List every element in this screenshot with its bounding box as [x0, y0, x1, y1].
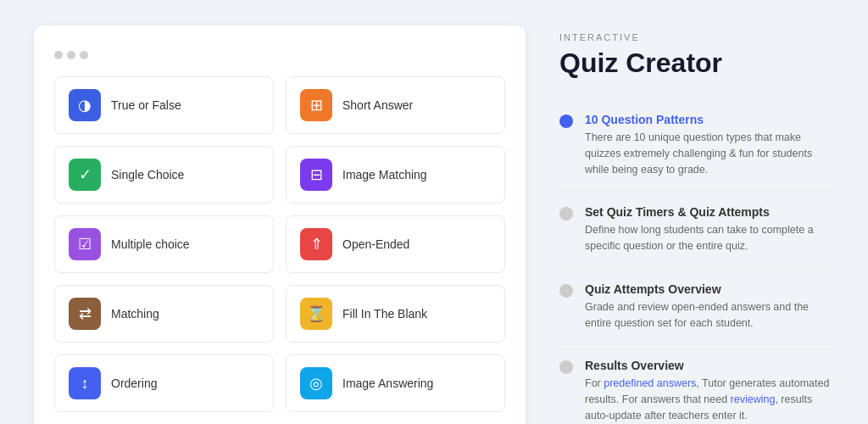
quiz-icon-short-answer: ⊞: [300, 89, 332, 121]
quiz-item-image-answering[interactable]: ◎ Image Answering: [286, 354, 505, 412]
quiz-item-multiple-choice[interactable]: ☑ Multiple choice: [54, 215, 274, 273]
feature-item-results-overview: Results Overview For predefined answers,…: [559, 345, 834, 424]
feature-content-quiz-timers: Set Quiz Timers & Quiz Attempts Define h…: [585, 205, 834, 254]
feature-item-question-patterns: 10 Question Patterns There are 10 unique…: [559, 99, 834, 192]
quiz-label-image-matching: Image Matching: [342, 168, 427, 181]
quiz-icon-fill-in-blank: ⌛: [300, 298, 332, 330]
quiz-item-short-answer[interactable]: ⊞ Short Answer: [286, 76, 505, 134]
quiz-item-single-choice[interactable]: ✓ Single Choice: [54, 146, 274, 204]
quiz-label-ordering: Ordering: [111, 377, 157, 390]
quiz-icon-multiple-choice: ☑: [69, 228, 101, 260]
quiz-icon-image-answering: ◎: [300, 367, 332, 399]
feature-content-quiz-attempts: Quiz Attempts Overview Grade and review …: [585, 282, 834, 332]
quiz-icon-ordering: ↕: [69, 367, 101, 399]
interactive-label: INTERACTIVE: [559, 32, 834, 42]
dot-3: [80, 51, 88, 59]
feature-dot-results-overview: [559, 360, 573, 374]
main-container: ◑ True or False ⊞ Short Answer ✓ Single …: [0, 0, 868, 424]
quiz-item-ordering[interactable]: ↕ Ordering: [54, 354, 274, 412]
main-title: Quiz Creator: [559, 47, 834, 79]
feature-title-quiz-timers: Set Quiz Timers & Quiz Attempts: [585, 205, 834, 219]
quiz-icon-true-false: ◑: [69, 89, 101, 121]
quiz-label-multiple-choice: Multiple choice: [111, 237, 190, 251]
right-panel: INTERACTIVE Quiz Creator 10 Question Pat…: [559, 25, 834, 424]
left-panel: ◑ True or False ⊞ Short Answer ✓ Single …: [34, 25, 526, 424]
feature-content-question-patterns: 10 Question Patterns There are 10 unique…: [585, 113, 834, 177]
quiz-label-short-answer: Short Answer: [342, 98, 413, 112]
quiz-item-open-ended[interactable]: ⇑ Open-Ended: [286, 215, 505, 273]
feature-desc-quiz-attempts: Grade and review open-ended answers and …: [585, 299, 834, 332]
feature-desc-results-overview: For predefined answers, Tutor generates …: [585, 376, 834, 423]
feature-desc-question-patterns: There are 10 unique question types that …: [585, 130, 834, 177]
window-dots: [54, 51, 505, 59]
feature-item-quiz-attempts: Quiz Attempts Overview Grade and review …: [559, 269, 834, 346]
quiz-label-image-answering: Image Answering: [342, 377, 433, 390]
quiz-icon-image-matching: ⊟: [300, 159, 332, 191]
feature-dot-quiz-timers: [559, 207, 573, 220]
quiz-icon-matching: ⇄: [69, 298, 101, 330]
feature-desc-quiz-timers: Define how long students can take to com…: [585, 222, 834, 254]
quiz-label-single-choice: Single Choice: [111, 168, 184, 181]
feature-dot-quiz-attempts: [559, 284, 573, 298]
quiz-label-matching: Matching: [111, 307, 159, 321]
quiz-item-image-matching[interactable]: ⊟ Image Matching: [286, 146, 505, 204]
quiz-label-fill-in-blank: Fill In The Blank: [342, 307, 427, 321]
quiz-item-matching[interactable]: ⇄ Matching: [54, 285, 274, 343]
feature-content-results-overview: Results Overview For predefined answers,…: [585, 359, 834, 423]
dot-1: [54, 51, 63, 59]
quiz-label-true-false: True or False: [111, 98, 181, 112]
feature-item-quiz-timers: Set Quiz Timers & Quiz Attempts Define h…: [559, 192, 834, 269]
quiz-item-fill-in-blank[interactable]: ⌛ Fill In The Blank: [286, 285, 505, 343]
feature-title-results-overview: Results Overview: [585, 359, 834, 372]
feature-title-question-patterns: 10 Question Patterns: [585, 113, 834, 126]
dot-2: [67, 51, 75, 59]
quiz-icon-open-ended: ⇑: [300, 228, 332, 260]
feature-dot-question-patterns: [559, 114, 573, 128]
quiz-item-true-false[interactable]: ◑ True or False: [54, 76, 274, 134]
quiz-icon-single-choice: ✓: [69, 159, 101, 191]
quiz-label-open-ended: Open-Ended: [342, 237, 409, 251]
quiz-grid: ◑ True or False ⊞ Short Answer ✓ Single …: [54, 76, 505, 412]
feature-title-quiz-attempts: Quiz Attempts Overview: [585, 282, 834, 296]
feature-list: 10 Question Patterns There are 10 unique…: [559, 99, 834, 424]
